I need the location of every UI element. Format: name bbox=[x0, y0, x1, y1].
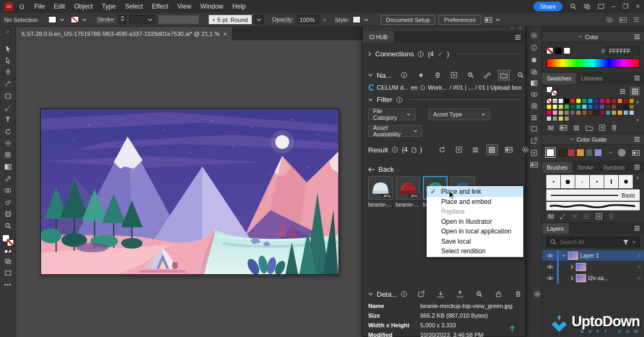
gridplus-icon[interactable] bbox=[531, 150, 537, 157]
swatch[interactable] bbox=[546, 110, 552, 115]
swatch[interactable] bbox=[546, 104, 552, 109]
brush-icon[interactable] bbox=[560, 213, 566, 219]
stroke-swatch[interactable] bbox=[7, 239, 14, 246]
home-icon[interactable] bbox=[19, 4, 25, 9]
menu-item-file[interactable]: File bbox=[34, 3, 45, 10]
variable-width-dropdown[interactable] bbox=[158, 15, 199, 24]
touch-workspace-icon[interactable] bbox=[606, 17, 613, 23]
color-none-swatch[interactable] bbox=[546, 47, 553, 54]
tab-color[interactable]: Color bbox=[585, 34, 598, 40]
stroke-weight-dropdown[interactable] bbox=[129, 15, 155, 24]
swatch[interactable] bbox=[623, 104, 628, 109]
list-options-icon[interactable] bbox=[633, 17, 640, 22]
guide-swatch[interactable] bbox=[567, 149, 575, 157]
folder-icon[interactable] bbox=[586, 125, 593, 131]
trash-icon[interactable] bbox=[611, 124, 617, 131]
panel-menu-icon[interactable] bbox=[634, 165, 640, 170]
swatch[interactable] bbox=[570, 110, 575, 115]
chevron-down-icon[interactable] bbox=[495, 18, 500, 21]
swatch[interactable] bbox=[629, 110, 634, 115]
stroke-link[interactable]: Stroke: bbox=[97, 16, 115, 23]
gear-icon[interactable] bbox=[531, 32, 537, 40]
draw-mode[interactable] bbox=[2, 256, 14, 266]
swatch[interactable] bbox=[605, 98, 611, 104]
swatch[interactable] bbox=[582, 104, 587, 109]
gear-icon[interactable] bbox=[531, 289, 543, 299]
gradient-tool[interactable] bbox=[2, 162, 14, 172]
shape-builder-tool[interactable] bbox=[2, 138, 14, 148]
swatch[interactable] bbox=[564, 110, 569, 115]
panel-menu-icon[interactable] bbox=[634, 137, 640, 142]
gridplus-icon[interactable] bbox=[453, 144, 465, 155]
panel-menu-icon[interactable] bbox=[634, 226, 640, 231]
swatch[interactable] bbox=[564, 116, 569, 121]
panel-menu-icon[interactable] bbox=[634, 76, 640, 80]
swatch[interactable] bbox=[617, 104, 623, 109]
searchplus-icon[interactable] bbox=[465, 70, 477, 80]
swatch[interactable] bbox=[552, 104, 558, 109]
tab-stroke[interactable]: Stroke bbox=[573, 162, 598, 173]
menu-item-window[interactable]: Window bbox=[200, 3, 223, 10]
workspace-icon[interactable] bbox=[598, 4, 604, 9]
chevron-down-icon[interactable] bbox=[632, 241, 636, 244]
scroll-up-icon[interactable]: ▲ bbox=[635, 99, 640, 104]
search-icon[interactable] bbox=[515, 70, 526, 80]
external-icon[interactable] bbox=[531, 137, 537, 145]
swatch[interactable] bbox=[588, 98, 593, 104]
paintbrush-tool[interactable] bbox=[2, 102, 14, 113]
chevron-down-icon[interactable] bbox=[368, 292, 373, 296]
swatch[interactable] bbox=[558, 104, 564, 109]
plusbox-icon[interactable] bbox=[599, 124, 605, 131]
context-menu-item-select-rendition[interactable]: Select rendition bbox=[427, 246, 523, 257]
chevron-down-icon[interactable] bbox=[368, 98, 373, 101]
fill-stroke-widget[interactable] bbox=[2, 235, 14, 246]
zoom-tool[interactable] bbox=[2, 221, 14, 231]
blend-tool[interactable] bbox=[2, 185, 14, 195]
thumbnail-image[interactable]: JPG bbox=[368, 176, 393, 200]
card-icon[interactable] bbox=[560, 125, 567, 130]
chevron-down-icon[interactable] bbox=[562, 254, 566, 257]
tab-layers[interactable]: Layers bbox=[542, 223, 569, 234]
swatch[interactable] bbox=[594, 110, 599, 115]
chevron-right-icon[interactable] bbox=[368, 52, 371, 56]
gradient-icon[interactable] bbox=[531, 80, 537, 87]
tab-cihub[interactable]: CI HUB bbox=[363, 31, 394, 43]
chevron-right-icon[interactable] bbox=[570, 265, 574, 269]
layer-row[interactable]: t2v-sa...○ bbox=[542, 273, 644, 284]
scroll-down-icon[interactable]: ▼ bbox=[635, 118, 640, 123]
trash-icon[interactable] bbox=[512, 289, 524, 299]
menu-item-select[interactable]: Select bbox=[125, 3, 143, 10]
layer-target-icon[interactable]: ○ bbox=[638, 275, 641, 281]
color-wheel-icon[interactable] bbox=[618, 149, 626, 157]
grid-icon[interactable] bbox=[486, 144, 498, 155]
tab-color-guide[interactable]: Color Guide bbox=[576, 136, 606, 143]
rectangle-tool[interactable] bbox=[2, 91, 14, 101]
filter-header[interactable]: Filter bbox=[368, 96, 520, 104]
link-icon[interactable] bbox=[481, 70, 493, 80]
swatch[interactable] bbox=[558, 116, 564, 121]
brush-dropdown-arrow[interactable] bbox=[255, 15, 264, 24]
layer-target-icon[interactable]: ○ bbox=[638, 253, 641, 258]
swatch[interactable] bbox=[582, 110, 587, 115]
swatch[interactable] bbox=[570, 98, 575, 104]
swatch[interactable] bbox=[599, 104, 605, 109]
swatch[interactable] bbox=[629, 104, 634, 109]
opacity-link[interactable]: Opacity: bbox=[272, 16, 294, 23]
swatch[interactable] bbox=[611, 110, 617, 115]
swatch[interactable] bbox=[558, 110, 564, 115]
collapse-icon[interactable] bbox=[579, 35, 582, 38]
swatch[interactable] bbox=[623, 110, 628, 115]
drawmode-icon[interactable] bbox=[531, 69, 537, 76]
minimize-button[interactable]: – bbox=[612, 3, 616, 10]
panel-menu-icon[interactable] bbox=[634, 34, 640, 39]
search-icon[interactable] bbox=[570, 3, 576, 10]
swatch[interactable] bbox=[623, 98, 628, 104]
screenmode-icon[interactable] bbox=[531, 126, 537, 133]
arrange-documents-icon[interactable] bbox=[584, 4, 590, 9]
brush-cell[interactable] bbox=[619, 175, 633, 188]
chevron-down-icon[interactable] bbox=[60, 18, 64, 21]
layer-thumbnail[interactable] bbox=[568, 252, 578, 260]
document-tab[interactable]: ILST-28.0.0-en_US-17519788-5f63-45f0-a33… bbox=[16, 27, 232, 40]
swatch[interactable] bbox=[617, 110, 623, 115]
books-icon[interactable] bbox=[547, 214, 554, 219]
